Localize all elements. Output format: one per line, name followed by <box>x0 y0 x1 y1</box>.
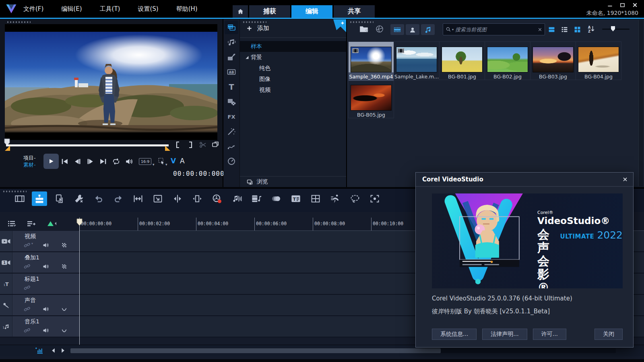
playback-mode-toggle[interactable]: 项目- 素材- <box>23 154 36 168</box>
track-type-video[interactable] <box>0 231 12 251</box>
track-control-mosaic[interactable] <box>61 242 68 249</box>
aspect-caret-icon[interactable]: ▾ <box>153 162 155 167</box>
audio-toggle[interactable]: A <box>180 157 185 165</box>
add-track-icon[interactable] <box>27 219 35 228</box>
minimize-icon[interactable] <box>607 2 613 8</box>
close-button[interactable]: 关闭 <box>594 329 623 340</box>
tree-item-sample[interactable]: 样本 <box>240 41 346 52</box>
media-nav-title[interactable]: T <box>225 80 238 94</box>
track-header-title[interactable]: 标题1 <box>12 274 79 294</box>
thumbnail-size-slider[interactable] <box>602 29 630 30</box>
panel-drag-handle[interactable] <box>350 21 374 23</box>
quick-pin-icon[interactable] <box>332 19 346 34</box>
link-icon[interactable] <box>24 263 31 270</box>
toolbar-redo-button[interactable] <box>113 193 124 204</box>
selection-caret-icon[interactable]: ▾ <box>165 162 167 167</box>
panel-drag-handle[interactable] <box>3 191 27 192</box>
toolbar-batch-render-button[interactable] <box>271 193 281 204</box>
browse-button[interactable]: 浏览 <box>240 176 346 187</box>
go-end-icon[interactable] <box>99 157 107 166</box>
filter-video-button[interactable] <box>390 24 404 35</box>
scrubber-bar[interactable] <box>6 144 169 146</box>
media-nav-media[interactable] <box>225 21 238 34</box>
tree-item-video[interactable]: 视频 <box>240 84 346 95</box>
import-media-icon[interactable] <box>375 25 384 33</box>
tree-item-background[interactable]: 背景 <box>240 52 346 63</box>
video-toggle[interactable]: V <box>171 157 176 165</box>
link-icon[interactable] <box>24 284 31 291</box>
dialog-titlebar[interactable]: Corel VideoStudio <box>416 173 633 187</box>
mosaic-icon[interactable] <box>61 242 68 249</box>
search-caret-icon[interactable]: ▾ <box>452 28 454 31</box>
toolbar-mask-creator-button[interactable] <box>350 193 360 204</box>
track-control-mute[interactable] <box>42 263 49 270</box>
toolbar-motion-tracking-button[interactable] <box>330 193 341 204</box>
timeline-scrollbar-thumb[interactable] <box>70 348 441 353</box>
filter-audio-button[interactable] <box>421 24 435 35</box>
mark-in-icon[interactable] <box>174 141 182 149</box>
tab-edit[interactable]: 编辑 <box>291 5 332 18</box>
view-grid-button[interactable] <box>572 24 583 35</box>
split-clip-icon[interactable] <box>199 141 207 149</box>
link-caret-icon[interactable]: ▾ <box>31 242 33 249</box>
toolbar-undo-button[interactable] <box>93 193 104 204</box>
slider-thumb[interactable] <box>611 26 615 31</box>
fade-icon[interactable] <box>61 306 68 313</box>
media-nav-motion-path[interactable] <box>225 140 238 153</box>
view-list-button[interactable] <box>559 24 570 35</box>
timeline-scrollbar-track[interactable] <box>70 348 616 353</box>
speaker-icon[interactable] <box>42 242 49 249</box>
library-item[interactable]: BG-B03.jpg <box>530 41 576 80</box>
caret-expanded-icon[interactable] <box>245 55 249 60</box>
license-button[interactable]: 许可... <box>533 329 566 340</box>
next-frame-icon[interactable] <box>86 157 95 166</box>
speaker-icon[interactable] <box>42 263 49 270</box>
mode-project-label[interactable]: 项目- <box>23 154 36 161</box>
menu-edit[interactable]: 编辑(E) <box>61 5 82 13</box>
search-input[interactable] <box>454 26 537 33</box>
mark-out-icon[interactable] <box>186 141 194 149</box>
toolbar-expand-timeline-button[interactable] <box>192 193 202 204</box>
track-control-mute[interactable] <box>42 327 49 334</box>
toolbar-timeline-view-button[interactable] <box>32 191 47 206</box>
system-info-button[interactable]: 系统信息... <box>432 329 477 340</box>
scene-detect-icon[interactable] <box>46 219 58 228</box>
go-start-icon[interactable] <box>60 157 69 166</box>
toolbar-duplicate-button[interactable] <box>54 193 64 204</box>
library-item[interactable]: BG-B02.jpg <box>485 41 530 80</box>
mosaic-icon[interactable] <box>61 263 68 270</box>
tree-item-solid-color[interactable]: 纯色 <box>240 63 346 74</box>
timeline-playhead-marker[interactable] <box>76 218 83 226</box>
toolbar-storyboard-view-button[interactable] <box>14 193 25 204</box>
track-control-mosaic[interactable] <box>61 263 68 270</box>
speaker-icon[interactable] <box>42 306 49 313</box>
panel-drag-handle[interactable] <box>7 21 31 23</box>
enlarge-preview-icon[interactable] <box>211 141 219 149</box>
toolbar-split-button[interactable] <box>172 193 183 204</box>
legal-notices-button[interactable]: 法律声明... <box>482 329 527 340</box>
library-item[interactable]: Sample_360.mp4 <box>348 41 394 80</box>
menu-tools[interactable]: 工具(T) <box>100 5 120 13</box>
toolbar-record-capture-button[interactable] <box>212 193 222 204</box>
tab-capture[interactable]: 捕获 <box>249 5 290 18</box>
timeline-playhead-line[interactable] <box>79 218 80 345</box>
library-item[interactable]: Sample_Lake.m... <box>394 41 440 80</box>
tab-share[interactable]: 共享 <box>334 5 375 18</box>
close-icon[interactable] <box>632 2 638 8</box>
filter-photo-button[interactable] <box>406 24 419 35</box>
track-control-link[interactable] <box>24 284 31 291</box>
play-button[interactable] <box>43 154 59 169</box>
media-nav-effects[interactable] <box>225 125 238 138</box>
link-icon[interactable] <box>24 327 31 334</box>
toolbar-subtitle-editor-button[interactable]: T <box>291 193 301 204</box>
menu-file[interactable]: 文件(F) <box>23 5 43 13</box>
menu-settings[interactable]: 设置(S) <box>138 5 158 13</box>
track-control-link[interactable] <box>24 306 31 313</box>
fade-icon[interactable] <box>61 327 68 334</box>
home-tab[interactable] <box>233 5 248 18</box>
track-header-voice[interactable]: 声音 <box>12 295 79 315</box>
track-control-fade[interactable] <box>61 327 68 334</box>
toolbar-shrink-project-button[interactable] <box>153 193 163 204</box>
toolbar-tools-button[interactable] <box>74 193 84 204</box>
panel-drag-handle[interactable] <box>243 21 266 23</box>
